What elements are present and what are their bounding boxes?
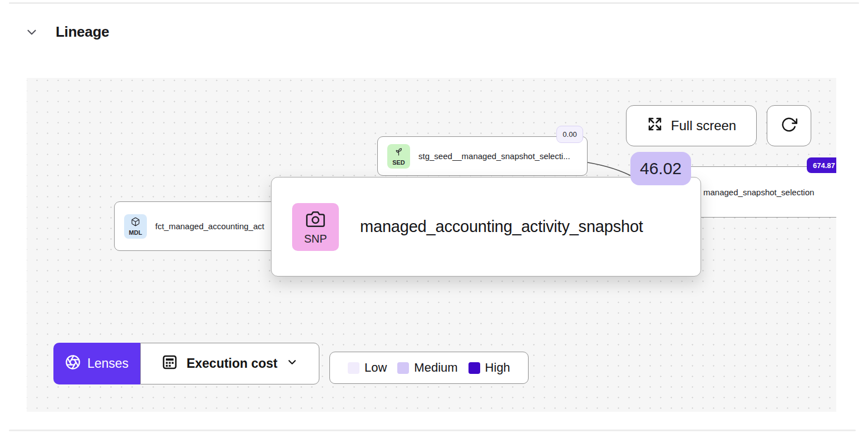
lenses-label: Lenses (87, 356, 129, 371)
lenses-button[interactable]: Lenses (53, 343, 140, 384)
page-title: Lineage (56, 23, 109, 41)
calculator-icon (161, 354, 178, 374)
refresh-button[interactable] (767, 105, 811, 146)
selected-lens-label: Execution cost (186, 356, 278, 371)
node-label: fct_managed_accounting_act (155, 221, 264, 231)
cost-legend: Low Medium High (329, 352, 529, 384)
expand-icon (647, 116, 663, 136)
type-code: MDL (129, 230, 142, 236)
legend-label-medium: Medium (414, 361, 457, 375)
legend-label-high: High (485, 361, 510, 375)
bottom-divider (9, 430, 856, 431)
legend-swatch-medium (397, 362, 409, 374)
type-code: SNP (304, 233, 327, 244)
seedling-icon (394, 147, 403, 159)
node-label: managed_snapshot_selection (703, 188, 814, 197)
legend-label-low: Low (364, 361, 387, 375)
chevron-down-icon (286, 356, 298, 372)
lens-selector-execution-cost[interactable]: Execution cost (140, 343, 319, 384)
model-type-badge: MDL (124, 214, 147, 239)
legend-item-low: Low (348, 361, 387, 375)
hovered-node-card-managed-accounting-activity-snapshot[interactable]: SNP managed_accounting_activity_snapshot (271, 177, 701, 277)
collapse-chevron-icon[interactable] (24, 25, 39, 40)
legend-swatch-low (348, 362, 359, 374)
snapshot-type-badge: SNP (292, 203, 339, 251)
cost-badge-medium: 46.02 (630, 152, 691, 185)
seed-type-badge: SED (387, 144, 410, 169)
lineage-canvas[interactable]: managed_snapshot_selection SED stg_seed_… (27, 78, 836, 412)
node-stg-seed[interactable]: SED stg_seed__managed_snapshot_selecti..… (377, 136, 588, 176)
top-divider (9, 2, 859, 4)
type-code: SED (392, 160, 405, 166)
full-screen-label: Full screen (671, 118, 736, 134)
node-managed-snapshot-selection[interactable]: managed_snapshot_selection (678, 166, 836, 218)
camera-icon (306, 210, 325, 231)
cost-badge-high: 674.87 (807, 157, 836, 173)
legend-item-high: High (468, 361, 510, 375)
full-screen-button[interactable]: Full screen (626, 105, 757, 146)
lineage-panel: Lineage managed_snapshot_selection SED (0, 0, 868, 444)
legend-item-medium: Medium (397, 361, 457, 375)
aperture-icon (65, 354, 81, 373)
node-label: stg_seed__managed_snapshot_selecti... (418, 151, 570, 161)
refresh-icon (781, 116, 797, 135)
cube-icon (131, 217, 140, 229)
hovered-node-label: managed_accounting_activity_snapshot (360, 218, 643, 236)
legend-swatch-high (468, 362, 480, 374)
lenses-control: Lenses Execution cost (53, 343, 319, 384)
cost-badge-low: 0.00 (556, 126, 583, 143)
